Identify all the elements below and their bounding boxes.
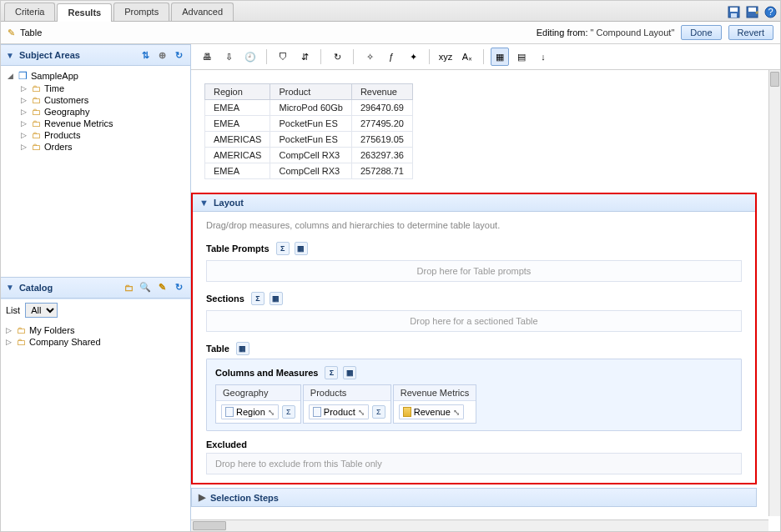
expand-icon: ▶ <box>199 492 205 503</box>
folder-icon: 🗀 <box>32 83 41 93</box>
refresh-catalog-icon[interactable]: ↻ <box>172 281 185 294</box>
caret-closed-icon: ▷ <box>21 143 28 151</box>
cm-col-header: Geography <box>216 385 300 401</box>
vertical-scrollbar[interactable] <box>768 70 780 516</box>
cm-col-geography[interactable]: Geography Region⤡ Σ <box>215 384 301 424</box>
sort-tool-icon[interactable]: ⇵ <box>295 48 314 66</box>
tree-item-time[interactable]: ▷🗀Time <box>4 83 187 94</box>
new-calc-icon[interactable]: ƒ <box>382 48 401 66</box>
edit-icon[interactable]: ✎ <box>155 281 169 294</box>
cell: MicroPod 60Gb <box>270 100 351 116</box>
tree-item-revenue-metrics[interactable]: ▷🗀Revenue Metrics <box>4 118 187 129</box>
horizontal-scrollbar[interactable] <box>191 519 768 531</box>
catalog-header[interactable]: ▼ Catalog 🗀 🔍 ✎ ↻ <box>1 277 190 299</box>
table-row[interactable]: EMEACompCell RX3257288.71 <box>205 163 413 179</box>
catalog-item-my-folders[interactable]: ▷🗀My Folders <box>4 324 187 336</box>
measure-icon <box>403 407 411 417</box>
tree-item-orders[interactable]: ▷🗀Orders <box>4 141 187 153</box>
column-header-region[interactable]: Region <box>205 84 270 100</box>
table-prompts-dropzone[interactable]: Drop here for Table prompts <box>206 260 742 282</box>
totals-icon[interactable]: Σ <box>372 405 385 419</box>
table-row[interactable]: EMEAMicroPod 60Gb296470.69 <box>205 100 413 116</box>
column-header-revenue[interactable]: Revenue <box>351 84 412 100</box>
chip-product[interactable]: Product⤡ <box>309 404 369 419</box>
cm-col-header: Revenue Metrics <box>394 385 476 401</box>
caret-closed-icon: ▷ <box>6 326 13 334</box>
table-row[interactable]: AMERICASCompCell RX3263297.36 <box>205 148 413 163</box>
totals-icon[interactable]: Σ <box>325 366 338 379</box>
layout-header[interactable]: ▼ Layout <box>193 194 755 212</box>
selection-steps-header[interactable]: ▶ Selection Steps <box>191 488 757 507</box>
chip-menu-icon[interactable]: ⤡ <box>453 408 460 417</box>
new-folder-icon[interactable]: 🗀 <box>122 281 135 294</box>
cell: 275619.05 <box>351 132 412 148</box>
chip-menu-icon[interactable]: ⤡ <box>268 408 275 417</box>
save-icon[interactable] <box>727 5 740 18</box>
tab-results[interactable]: Results <box>57 3 112 22</box>
subject-areas-header[interactable]: ▼ Subject Areas ⇅ ⊕ ↻ <box>1 44 190 66</box>
add-area-icon[interactable]: ⊕ <box>155 48 169 62</box>
view-mode-layout-icon[interactable]: ▤ <box>512 48 531 66</box>
refresh-results-icon[interactable]: ↻ <box>328 48 346 66</box>
chip-region[interactable]: Region⤡ <box>221 404 279 419</box>
tree-item-label: Time <box>44 83 64 93</box>
cm-col-revenue-metrics[interactable]: Revenue Metrics Revenue⤡ <box>393 384 477 424</box>
help-icon[interactable]: ? <box>763 5 777 18</box>
column-header-product[interactable]: Product <box>270 84 351 100</box>
new-prompt-icon[interactable]: ✦ <box>404 48 422 66</box>
format-icon[interactable]: Aₓ <box>458 48 476 66</box>
sort-icon[interactable]: ⇅ <box>139 48 152 62</box>
sort-columns-icon[interactable]: ↓ <box>534 48 552 66</box>
scrollbar-thumb[interactable] <box>770 72 779 87</box>
table-row[interactable]: EMEAPocketFun ES277495.20 <box>205 116 413 132</box>
chip-label: Region <box>236 407 265 417</box>
folder-icon: 🗀 <box>32 130 41 140</box>
print-icon[interactable]: 🖶 <box>198 48 216 66</box>
properties-icon[interactable]: ▦ <box>295 242 308 255</box>
table-row[interactable]: AMERICASPocketFun ES275619.05 <box>205 132 413 148</box>
properties-icon[interactable]: ▦ <box>343 366 356 379</box>
table-properties-icon[interactable]: ▦ <box>236 342 249 355</box>
schedule-icon[interactable]: 🕘 <box>241 48 259 66</box>
subject-areas-tree: ◢ ❒ SampleApp ▷🗀Time ▷🗀Customers ▷🗀Geogr… <box>1 66 190 277</box>
totals-icon[interactable]: Σ <box>276 242 290 255</box>
filter-icon[interactable]: ⛉ <box>274 48 292 66</box>
new-view-icon[interactable]: ✧ <box>360 48 379 66</box>
cell: EMEA <box>205 163 270 179</box>
totals-icon[interactable]: Σ <box>282 405 295 419</box>
selection-steps-section: ▶ Selection Steps <box>191 488 757 507</box>
revert-button[interactable]: Revert <box>728 25 773 40</box>
collapse-icon: ▼ <box>6 51 14 60</box>
refresh-icon[interactable]: ↻ <box>172 48 185 62</box>
tree-item-products[interactable]: ▷🗀Products <box>4 129 187 141</box>
export-icon[interactable]: ⇩ <box>219 48 238 66</box>
left-pane: ▼ Subject Areas ⇅ ⊕ ↻ ◢ ❒ SampleApp ▷🗀Ti… <box>1 44 191 531</box>
excluded-dropzone[interactable]: Drop here to exclude from this Table onl… <box>206 453 742 474</box>
tree-item-customers[interactable]: ▷🗀Customers <box>4 94 187 106</box>
done-button[interactable]: Done <box>681 25 721 40</box>
tab-advanced[interactable]: Advanced <box>171 3 234 21</box>
folder-icon: 🗀 <box>32 95 41 105</box>
totals-icon[interactable]: Σ <box>251 292 265 305</box>
catalog-item-label: My Folders <box>29 325 74 335</box>
tree-root[interactable]: ◢ ❒ SampleApp <box>4 69 187 83</box>
cm-col-products[interactable]: Products Product⤡ Σ <box>303 384 391 424</box>
scrollbar-thumb[interactable] <box>193 521 226 530</box>
save-as-icon[interactable]: * <box>745 5 758 18</box>
chip-menu-icon[interactable]: ⤡ <box>358 408 365 417</box>
sections-dropzone[interactable]: Drop here for a sectioned Table <box>206 310 742 332</box>
tab-prompts[interactable]: Prompts <box>113 3 169 21</box>
tree-item-geography[interactable]: ▷🗀Geography <box>4 106 187 118</box>
properties-icon[interactable]: ▦ <box>270 292 283 305</box>
chip-revenue[interactable]: Revenue⤡ <box>399 404 464 419</box>
xyz-icon[interactable]: xyz <box>436 48 455 66</box>
catalog-item-company-shared[interactable]: ▷🗀Company Shared <box>4 336 187 348</box>
table-prompts-text: Table Prompts <box>206 243 270 253</box>
workspace: Region Product Revenue EMEAMicroPod 60Gb… <box>191 70 780 531</box>
list-select[interactable]: All <box>25 303 58 318</box>
view-mode-grid-icon[interactable]: ▦ <box>491 48 509 66</box>
search-icon[interactable]: 🔍 <box>139 281 152 294</box>
column-icon <box>313 407 321 417</box>
tab-criteria[interactable]: Criteria <box>4 3 55 21</box>
catalog-tree: ▷🗀My Folders ▷🗀Company Shared <box>1 321 190 532</box>
